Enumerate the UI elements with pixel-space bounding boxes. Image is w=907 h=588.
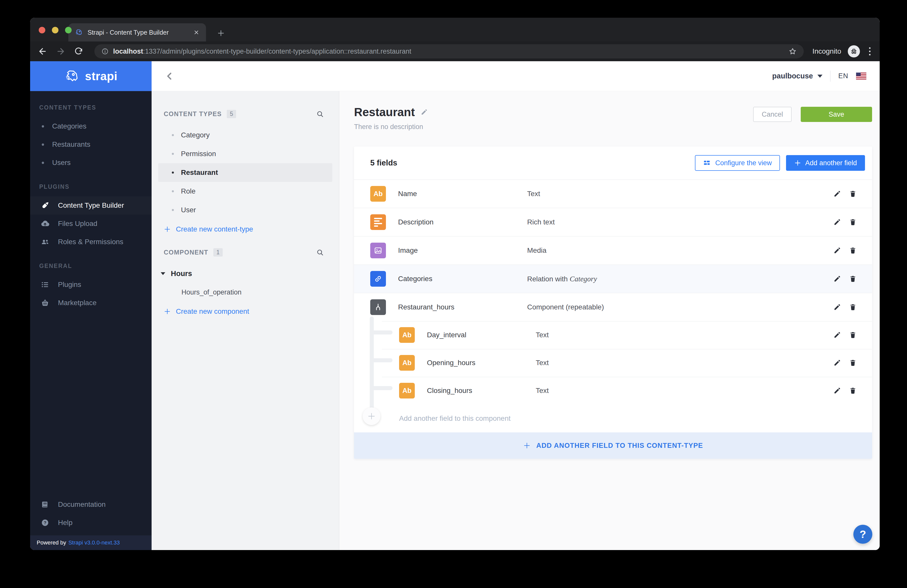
field-row-name[interactable]: Ab Name Text [354,179,872,208]
field-row-description[interactable]: Description Rich text [354,208,872,236]
field-name: Opening_hours [427,359,536,367]
strapi-rocket-icon [64,69,79,83]
plus-icon [367,412,376,420]
edit-field-pencil-icon[interactable] [833,190,841,198]
create-content-type-link[interactable]: Create new content-type [152,219,339,239]
edit-field-pencil-icon[interactable] [833,218,841,226]
users-icon [40,237,50,247]
configure-view-button[interactable]: Configure the view [695,155,780,171]
strapi-logo[interactable]: strapi [30,61,152,91]
help-fab-button[interactable]: ? [853,525,872,544]
builder-item-label: Category [181,131,210,139]
edit-title-pencil-icon[interactable] [420,108,428,116]
edit-field-pencil-icon[interactable] [833,387,841,395]
content-types-title: CONTENT TYPES [164,110,222,118]
add-content-type-field-button[interactable]: ADD ANOTHER FIELD TO THIS CONTENT-TYPE [354,433,872,459]
sidebar-item-documentation[interactable]: Documentation [30,495,152,514]
components-section-header: COMPONENT 1 [152,248,339,256]
site-info-icon[interactable] [101,48,109,55]
user-name: paulbocuse [772,72,813,80]
back-button[interactable] [38,46,47,56]
main-content: Restaurant There is no description Can [340,91,880,550]
delete-field-trash-icon[interactable] [849,331,857,339]
field-row-restaurant-hours[interactable]: Restaurant_hours Component (repeatable) [354,293,872,321]
field-row-day-interval[interactable]: Ab Day_interval Text [354,321,872,349]
builder-item-label: Role [181,187,196,195]
address-bar[interactable]: localhost:1337/admin/plugins/content-typ… [95,44,804,58]
delete-field-trash-icon[interactable] [849,303,857,311]
builder-item-permission[interactable]: Permission [152,144,339,163]
sidebar-item-files-upload[interactable]: Files Upload [30,215,152,233]
field-row-categories[interactable]: Categories Relation with Category [354,264,872,293]
edit-field-pencil-icon[interactable] [833,331,841,339]
sidebar-footer: Documentation ? Help [30,495,152,535]
locale-label[interactable]: EN [838,72,848,80]
delete-field-trash-icon[interactable] [849,190,857,198]
component-item-hours-of-operation[interactable]: Hours_of_operation [152,283,339,301]
search-icon[interactable] [316,248,324,256]
reload-button[interactable] [74,47,83,56]
builder-item-role[interactable]: Role [152,182,339,201]
delete-field-trash-icon[interactable] [849,275,857,283]
field-type: Rich text [527,218,555,226]
edit-field-pencil-icon[interactable] [833,359,841,367]
field-row-opening-hours[interactable]: Ab Opening_hours Text [354,349,872,377]
delete-field-trash-icon[interactable] [849,218,857,226]
title-block: Restaurant There is no description [354,105,428,131]
sidebar-item-help[interactable]: ? Help [30,514,152,532]
sidebar-item-marketplace[interactable]: Marketplace [30,294,152,312]
bullet-icon [172,190,174,192]
powered-bar: Powered by Strapi v3.0.0-next.33 [30,535,152,550]
components-title: COMPONENT [164,249,208,256]
back-chevron-icon[interactable] [152,72,187,81]
sidebar-item-categories[interactable]: Categories [30,117,152,135]
browser-menu-icon[interactable] [867,46,872,57]
field-type: Media [527,247,546,255]
sidebar-item-plugins[interactable]: Plugins [30,276,152,294]
builder-item-category[interactable]: Category [152,126,339,144]
sidebar-item-users[interactable]: Users [30,154,152,172]
create-component-link[interactable]: Create new component [152,301,339,321]
sidebar-item-restaurants[interactable]: Restaurants [30,135,152,154]
close-tab-icon[interactable] [193,29,199,35]
save-button[interactable]: Save [801,107,872,122]
edit-field-pencil-icon[interactable] [833,275,841,283]
main-sidebar: CONTENT TYPES Categories Restaurants [30,91,152,550]
bullet-icon [42,143,44,146]
new-tab-button[interactable] [217,29,225,37]
field-name: Description [398,218,527,226]
field-row-image[interactable]: Image Media [354,236,872,264]
delete-field-trash-icon[interactable] [849,247,857,255]
browser-window: Strapi - Content Type Builder [30,18,880,550]
forward-button[interactable] [56,46,66,56]
edit-field-pencil-icon[interactable] [833,247,841,255]
add-another-field-button[interactable]: Add another field [786,155,865,171]
zoom-window-button[interactable] [65,27,72,34]
header-actions: Cancel Save [753,107,872,122]
cancel-button[interactable]: Cancel [753,107,792,122]
add-component-field-row[interactable]: Add another field to this component [354,405,872,433]
builder-item-restaurant[interactable]: Restaurant [158,163,332,182]
builder-item-user[interactable]: User [152,201,339,219]
relation-target: Category [570,275,597,283]
field-row-closing-hours[interactable]: Ab Closing_hours Text [354,377,872,405]
browser-tab[interactable]: Strapi - Content Type Builder [68,23,206,42]
section-title: PLUGINS [30,183,152,196]
bookmark-star-icon[interactable] [788,47,796,55]
sidebar-item-roles-permissions[interactable]: Roles & Permissions [30,233,152,251]
edit-field-pencil-icon[interactable] [833,303,841,311]
close-window-button[interactable] [39,27,45,34]
sidebar-item-content-type-builder[interactable]: Content Type Builder [30,196,152,215]
row-actions [833,303,857,311]
add-component-field-plus-button[interactable] [363,407,380,425]
search-icon[interactable] [316,110,324,118]
delete-field-trash-icon[interactable] [849,359,857,367]
user-menu[interactable]: paulbocuse [772,72,822,80]
window-controls[interactable] [39,27,72,34]
minimize-window-button[interactable] [52,27,58,34]
delete-field-trash-icon[interactable] [849,387,857,395]
us-flag-icon[interactable] [856,72,867,80]
field-name: Name [398,190,527,198]
strapi-version-link[interactable]: Strapi v3.0.0-next.33 [68,540,120,546]
component-group-hours[interactable]: Hours [152,264,339,283]
